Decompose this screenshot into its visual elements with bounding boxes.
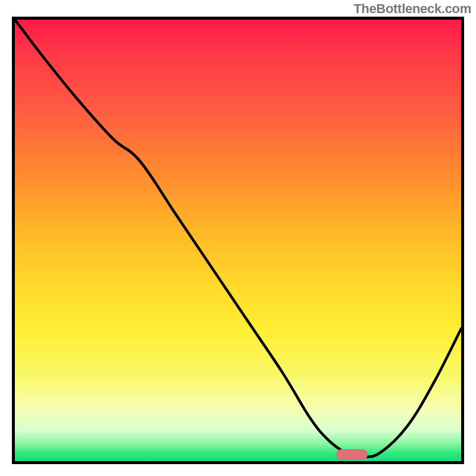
plot-frame bbox=[12, 17, 464, 464]
optimal-zone-marker bbox=[336, 449, 368, 460]
chart-container: TheBottleneck.com bbox=[0, 0, 476, 476]
watermark-text: TheBottleneck.com bbox=[353, 1, 471, 17]
curve-svg bbox=[15, 20, 461, 461]
curve-path bbox=[15, 20, 461, 457]
